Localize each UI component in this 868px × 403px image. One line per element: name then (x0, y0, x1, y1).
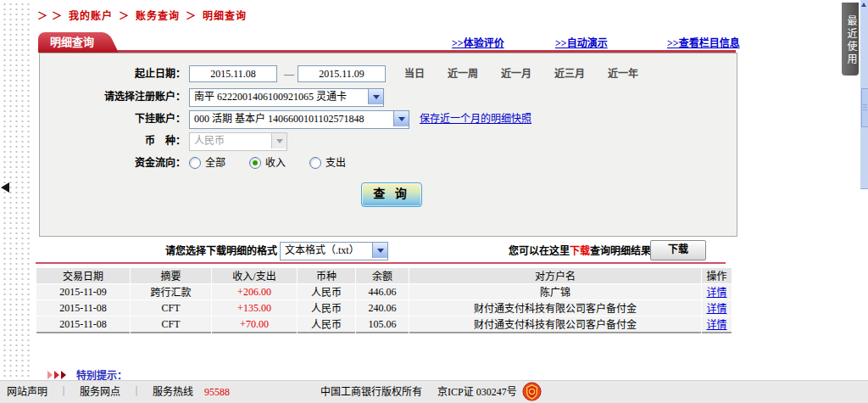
flow-option-expense-label: 支出 (326, 154, 346, 171)
download-button[interactable]: 下载 (650, 240, 706, 260)
breadcrumb-item-account-query[interactable]: 账务查询 (136, 10, 180, 22)
date-range-label: 起止日期： (40, 65, 186, 82)
cell-counterparty: 财付通支付科技有限公司客户备付金 (409, 316, 701, 333)
cell-counterparty: 陈广锦 (409, 284, 701, 299)
flow-option-income-label: 收入 (265, 154, 286, 171)
col-header-date: 交易日期 (36, 268, 130, 283)
col-header-currency: 币种 (298, 268, 355, 283)
quick-range-today[interactable]: 当日 (404, 68, 425, 80)
currency-label: 币 种： (40, 132, 186, 149)
sub-account-label: 下挂账户： (40, 110, 186, 127)
date-from-input[interactable] (189, 65, 277, 82)
footer-left-links: 网站声明 ｜ 服务网点 ｜ 服务热线 95588 (7, 381, 238, 403)
download-hint-link[interactable]: 下载 (570, 245, 590, 257)
radio-icon (249, 157, 261, 169)
download-format-select[interactable]: 文本格式（.txt） (280, 242, 388, 260)
date-range-row: 起止日期： — 当日 近一周 近一月 近三月 近一年 (40, 65, 737, 82)
breadcrumb-item-my-account[interactable]: 我的账户 (69, 10, 113, 22)
icp-text: 京ICP证 030247号 (437, 386, 517, 398)
hotline-number: 95588 (204, 386, 230, 398)
currency-value: 人民币 (194, 133, 271, 148)
cell-amount: +70.00 (212, 316, 297, 333)
cell-currency: 人民币 (298, 316, 355, 333)
download-format-label: 请您选择下载明细的格式 (165, 243, 277, 258)
registered-account-select[interactable]: 南平 6222001406100921065 灵通卡 (189, 88, 384, 107)
radio-icon (189, 157, 201, 169)
download-hint-pre: 您可以在这里 (509, 245, 570, 257)
flow-option-all[interactable]: 全部 (189, 154, 225, 171)
save-snapshot-link[interactable]: 保存近一个月的明细快照 (420, 110, 531, 127)
table-row: 2015-11-09 跨行汇款 +206.00 人民币 446.06 陈广锦 详… (36, 284, 732, 299)
table-top-divider (36, 262, 726, 264)
scrollbar-thumb[interactable] (861, 88, 868, 127)
cell-amount: +206.00 (212, 284, 297, 299)
hotline-label: 服务热线 (153, 386, 193, 398)
col-header-summary: 摘要 (131, 268, 211, 283)
fund-flow-options: 全部 收入 支出 (189, 154, 370, 171)
sub-account-select[interactable]: 000 活期 基本户 1406600101102571848 (189, 110, 409, 129)
breadcrumb-prefix: ＞ ＞ (37, 10, 63, 22)
table-row: 2015-11-08 CFT +135.00 人民币 240.06 财付通支付科… (36, 300, 732, 316)
copyright-text: 中国工商银行版权所有 (320, 386, 422, 398)
detail-link[interactable]: 详情 (706, 287, 726, 299)
service-outlets-link[interactable]: 服务网点 (80, 386, 120, 398)
cell-summary: 跨行汇款 (131, 284, 211, 299)
registered-account-row: 请选择注册账户： 南平 6222001406100921065 灵通卡 (40, 88, 737, 105)
quick-range-links: 当日 近一周 近一月 近三月 近一年 (404, 65, 659, 82)
download-hint-post: 查询明细结果 (590, 245, 651, 257)
cell-balance: 105.06 (356, 316, 409, 333)
cell-amount: +135.00 (212, 300, 297, 316)
query-button[interactable]: 查 询 (361, 182, 422, 207)
currency-select: 人民币 (189, 132, 287, 151)
page-title-tab: 明细查询 (38, 32, 103, 53)
sub-account-row: 下挂账户： 000 活期 基本户 1406600101102571848 保存近… (40, 110, 737, 127)
radio-icon (309, 157, 321, 169)
cell-date: 2015-11-08 (36, 316, 130, 333)
col-header-counterparty: 对方户名 (409, 268, 701, 283)
registered-account-label: 请选择注册账户： (40, 88, 186, 105)
cell-currency: 人民币 (298, 284, 355, 299)
dropdown-arrow-icon (271, 133, 287, 148)
site-statement-link[interactable]: 网站声明 (7, 386, 47, 398)
download-format-value: 文本格式（.txt） (285, 243, 372, 258)
col-header-amount: 收入/支出 (212, 268, 297, 283)
quick-range-year[interactable]: 近一年 (608, 68, 638, 80)
currency-row: 币 种： 人民币 (40, 132, 737, 149)
cell-balance: 240.06 (356, 300, 409, 316)
dropdown-arrow-icon (393, 111, 409, 126)
col-header-balance: 余额 (356, 268, 409, 283)
dropdown-arrow-icon (368, 89, 383, 104)
security-badge-icon (522, 382, 542, 401)
icbc-detail-query-page: ＞ ＞ 我的账户 ＞ 账务查询 ＞ 明细查询 >>体验评价 >>自动演示 >>查… (0, 0, 868, 403)
sub-account-value: 000 活期 基本户 1406600101102571848 (194, 111, 393, 126)
cell-currency: 人民币 (298, 300, 355, 316)
footer-separator: ｜ (131, 386, 142, 398)
flow-option-income[interactable]: 收入 (249, 154, 286, 171)
recently-used-tab[interactable]: 最近使用 (842, 3, 859, 76)
breadcrumb-item-detail-query[interactable]: 明细查询 (203, 10, 247, 22)
collapse-left-icon[interactable] (1, 182, 9, 193)
auto-demo-link[interactable]: >>自动演示 (555, 35, 608, 50)
cell-date: 2015-11-08 (36, 300, 130, 316)
detail-link[interactable]: 详情 (706, 319, 726, 331)
cell-date: 2015-11-09 (36, 284, 130, 299)
date-to-input[interactable] (298, 65, 386, 82)
quick-range-quarter[interactable]: 近三月 (554, 68, 585, 80)
flow-option-all-label: 全部 (205, 154, 225, 171)
col-header-action: 操作 (702, 268, 732, 283)
notice-arrow-icon (61, 371, 66, 379)
fund-flow-row: 资金流向： 全部 收入 支出 (40, 154, 737, 171)
download-hint: 您可以在这里下载查询明细结果 (509, 243, 651, 258)
footer-copyright: 中国工商银行版权所有京ICP证 030247号 (320, 381, 517, 403)
cell-counterparty: 财付通支付科技有限公司客户备付金 (409, 300, 701, 316)
cell-balance: 446.06 (356, 284, 409, 299)
footer-bar: 网站声明 ｜ 服务网点 ｜ 服务热线 95588 中国工商银行版权所有京ICP证… (0, 380, 868, 403)
flow-option-expense[interactable]: 支出 (309, 154, 346, 171)
dropdown-arrow-icon (372, 243, 387, 258)
column-info-link[interactable]: >>查看栏目信息 (667, 35, 740, 50)
quick-range-week[interactable]: 近一周 (448, 68, 478, 80)
quick-range-month[interactable]: 近一月 (501, 68, 531, 80)
scroll-up-icon[interactable] (861, 3, 866, 7)
detail-link[interactable]: 详情 (706, 303, 726, 315)
experience-rating-link[interactable]: >>体验评价 (452, 35, 504, 50)
